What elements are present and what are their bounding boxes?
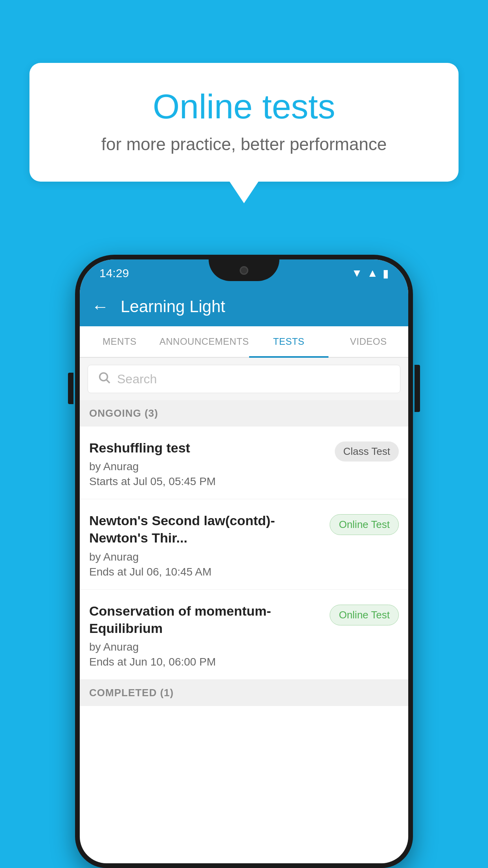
tab-announcements[interactable]: ANNOUNCEMENTS <box>160 326 249 357</box>
test-author-3: by Anurag <box>89 641 323 653</box>
app-title: Learning Light <box>121 297 225 316</box>
speech-bubble: Online tests for more practice, better p… <box>29 63 459 182</box>
test-name-2: Newton's Second law(contd)-Newton's Thir… <box>89 512 323 546</box>
test-time-2: Ends at Jul 06, 10:45 AM <box>89 566 323 578</box>
test-info-3: Conservation of momentum-Equilibrium by … <box>89 602 323 668</box>
test-info-2: Newton's Second law(contd)-Newton's Thir… <box>89 512 323 578</box>
test-badge-2: Online Test <box>330 514 399 535</box>
camera-dot <box>240 266 248 275</box>
battery-icon: ▮ <box>383 267 389 280</box>
tab-ments[interactable]: MENTS <box>80 326 160 357</box>
test-time-1: Starts at Jul 05, 05:45 PM <box>89 475 328 488</box>
completed-section-header: COMPLETED (1) <box>80 680 408 706</box>
test-name-1: Reshuffling test <box>89 439 328 456</box>
search-container: Search <box>80 358 408 400</box>
ongoing-section-header: ONGOING (3) <box>80 400 408 427</box>
bubble-subtitle: for more practice, better performance <box>61 134 427 154</box>
test-item-1[interactable]: Reshuffling test by Anurag Starts at Jul… <box>80 427 408 499</box>
speech-bubble-container: Online tests for more practice, better p… <box>29 63 459 182</box>
signal-icon: ▲ <box>367 267 378 280</box>
bubble-title: Online tests <box>61 86 427 127</box>
test-item-3[interactable]: Conservation of momentum-Equilibrium by … <box>80 590 408 680</box>
tab-bar: MENTS ANNOUNCEMENTS TESTS VIDEOS <box>80 326 408 358</box>
test-item-2[interactable]: Newton's Second law(contd)-Newton's Thir… <box>80 499 408 589</box>
svg-point-0 <box>100 373 108 381</box>
notch <box>209 259 279 281</box>
phone-screen: 14:29 ▼ ▲ ▮ ← Learning Light MENTS ANNOU… <box>80 259 408 863</box>
app-bar: ← Learning Light <box>80 287 408 326</box>
search-placeholder: Search <box>117 372 157 386</box>
tab-tests[interactable]: TESTS <box>249 326 329 357</box>
search-bar[interactable]: Search <box>88 365 400 393</box>
test-author-1: by Anurag <box>89 460 328 473</box>
wifi-icon: ▼ <box>352 267 363 280</box>
test-name-3: Conservation of momentum-Equilibrium <box>89 602 323 637</box>
svg-line-1 <box>106 380 110 383</box>
test-info-1: Reshuffling test by Anurag Starts at Jul… <box>89 439 328 488</box>
search-icon <box>97 371 111 387</box>
back-button[interactable]: ← <box>92 297 109 316</box>
test-time-3: Ends at Jun 10, 06:00 PM <box>89 656 323 668</box>
status-icons: ▼ ▲ ▮ <box>352 267 389 280</box>
status-bar: 14:29 ▼ ▲ ▮ <box>80 259 408 287</box>
tab-videos[interactable]: VIDEOS <box>328 326 408 357</box>
test-badge-1: Class Test <box>335 441 399 462</box>
test-badge-3: Online Test <box>330 605 399 625</box>
test-author-2: by Anurag <box>89 551 323 563</box>
phone-frame: 14:29 ▼ ▲ ▮ ← Learning Light MENTS ANNOU… <box>75 255 413 868</box>
status-time: 14:29 <box>99 267 129 280</box>
test-list: Reshuffling test by Anurag Starts at Jul… <box>80 427 408 680</box>
